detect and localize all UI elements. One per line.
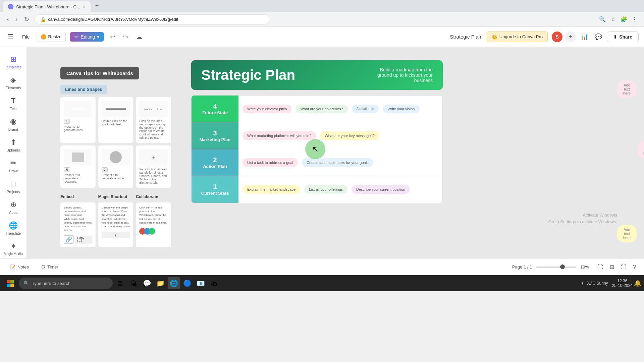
fullscreen-btn[interactable]: ⛶ bbox=[620, 263, 628, 272]
bubble-relation: A relation to bbox=[352, 105, 379, 113]
embed-demo: 🔗 Copy Link bbox=[64, 235, 92, 244]
sidebar-item-translate[interactable]: 🌐 Translate bbox=[1, 219, 25, 238]
embed-label: Embed bbox=[60, 193, 96, 200]
tip-demo-dc bbox=[102, 101, 130, 117]
comment-btn[interactable]: 💬 bbox=[593, 31, 604, 43]
share-btn[interactable]: ⬆ Share bbox=[607, 32, 639, 42]
tip-collab-card: Click the "+" to add people to the White… bbox=[136, 202, 171, 247]
bubble-objectives: What are your objectives? bbox=[296, 105, 347, 113]
fit-view-btn[interactable]: ⛶ bbox=[596, 263, 604, 272]
help-btn[interactable]: ? bbox=[632, 263, 637, 272]
sidebar-item-magic-media[interactable]: ✦ Magic Media bbox=[1, 239, 25, 258]
projects-label: Projects bbox=[7, 190, 20, 194]
tip-magic-card: Design with the Magic shortcut. Press "/… bbox=[98, 202, 133, 247]
tip-card-text-6: You can also access panels for Lines & S… bbox=[139, 168, 168, 184]
sidebar-item-templates[interactable]: ⊞ Templates bbox=[1, 52, 25, 72]
row-label-current: Current State bbox=[201, 191, 229, 196]
widgets-btn[interactable]: 🌤 bbox=[127, 277, 140, 289]
back-btn[interactable]: ‹ bbox=[5, 14, 10, 24]
tip-demo-elements: ⊞ bbox=[139, 149, 168, 166]
deco-bottom-2: Add text here bbox=[617, 225, 637, 242]
tip-embed-card: Embed videos, presentations, and more on… bbox=[60, 202, 96, 247]
taskbar-search[interactable]: 🔍 Type here to search bbox=[19, 278, 113, 289]
tab-bar: Strategic Plan - Whiteboard - C... × + bbox=[0, 0, 644, 12]
editing-btn[interactable]: ✏ Editing ▾ bbox=[70, 32, 104, 42]
edge-btn[interactable]: 🔵 bbox=[181, 277, 193, 289]
tip-card-text-5: Press "C" to generate a circle. bbox=[102, 173, 130, 180]
store-btn[interactable]: 🛍 bbox=[208, 277, 220, 289]
deco-bubble-2: Add text here bbox=[617, 80, 637, 98]
extension-icon[interactable]: 🧩 bbox=[620, 15, 628, 23]
tab-close-btn[interactable]: × bbox=[83, 4, 85, 9]
sidebar-item-draw[interactable]: ✏ Draw bbox=[1, 156, 25, 176]
forward-btn[interactable]: › bbox=[14, 14, 19, 24]
sp-content-marketing: What marketing platforms will you use? W… bbox=[238, 122, 442, 149]
canvas-area[interactable]: Canva Tips for Whiteboards Lines and Sha… bbox=[27, 47, 644, 258]
notifications-btn[interactable]: 🔔 bbox=[634, 280, 641, 287]
sidebar-item-text[interactable]: T Text bbox=[1, 94, 25, 113]
taskview-btn[interactable]: ⧉ bbox=[114, 277, 126, 289]
browser-right-icons: 🔍 ☆ 🧩 ⋮ bbox=[598, 15, 639, 23]
resize-btn[interactable]: Resize bbox=[37, 32, 66, 42]
notes-icon: 📝 bbox=[10, 264, 15, 269]
zoom-pct: 19% bbox=[580, 264, 592, 269]
user-avatar[interactable]: S bbox=[552, 32, 562, 42]
tip-demo-circle bbox=[102, 149, 130, 166]
ssl-icon: 🔒 bbox=[40, 17, 46, 22]
sidebar-item-elements[interactable]: ◈ Elements bbox=[1, 73, 25, 93]
sp-label-current: 1 Current State bbox=[192, 176, 238, 203]
start-btn[interactable] bbox=[3, 277, 17, 289]
editing-pencil-icon: ✏ bbox=[74, 34, 78, 40]
sp-row-future: 4 Future State Write your elevator pitch… bbox=[192, 96, 442, 122]
redo-btn[interactable]: ↪ bbox=[121, 31, 130, 43]
tip-card-key-c: C bbox=[102, 168, 130, 171]
tip-card-text-1: Press "L" to generate lines. bbox=[64, 125, 92, 132]
cursor-arrow: ↖ bbox=[312, 144, 319, 154]
stats-btn[interactable]: 📊 bbox=[579, 31, 590, 43]
svg-point-0 bbox=[8, 4, 13, 9]
menu-icon[interactable]: ⋮ bbox=[631, 15, 639, 23]
sidebar-item-projects[interactable]: □ Projects bbox=[1, 177, 25, 196]
new-tab-btn[interactable]: + bbox=[92, 0, 102, 12]
zoom-thumb[interactable] bbox=[560, 264, 565, 269]
active-tab[interactable]: Strategic Plan - Whiteboard - C... × bbox=[3, 1, 91, 12]
file-menu[interactable]: File bbox=[19, 33, 33, 41]
resize-icon bbox=[41, 34, 46, 40]
tip-card-rect: R Press "R" to generate a rectangle. bbox=[60, 145, 96, 188]
tips-title: Canva Tips for Whiteboards bbox=[60, 67, 139, 79]
upgrade-btn[interactable]: 👑 Upgrade to Canva Pro bbox=[487, 32, 548, 42]
row-num-3: 3 bbox=[213, 129, 217, 137]
timer-btn[interactable]: ⏱ Timer bbox=[38, 262, 62, 272]
brand-label: Brand bbox=[8, 127, 18, 131]
toolbar-right: S + 📊 💬 ⬆ Share bbox=[552, 31, 639, 43]
explorer-btn[interactable]: 📁 bbox=[154, 277, 166, 289]
chrome-btn[interactable]: 🌐 bbox=[168, 277, 180, 289]
address-bar[interactable]: 🔒 canva.com/design/DAGUfChRxrA/3RYXVOdVM… bbox=[35, 14, 269, 24]
sidebar-item-brand[interactable]: ◉ Brand bbox=[1, 115, 25, 134]
magic-demo: / bbox=[102, 232, 130, 238]
brand-icon: ◉ bbox=[10, 117, 16, 126]
main-area: ⊞ Templates ◈ Elements T Text ◉ Brand ⬆ … bbox=[0, 47, 644, 258]
mail-btn[interactable]: 📧 bbox=[195, 277, 207, 289]
text-label: Text bbox=[10, 107, 16, 111]
chat-btn[interactable]: 💬 bbox=[141, 277, 153, 289]
zoom-icon[interactable]: 🔍 bbox=[598, 15, 606, 23]
row-num-2: 2 bbox=[213, 156, 217, 164]
cloud-btn[interactable]: ☁ bbox=[134, 31, 144, 43]
magic-text: Design with the Magic shortcut. Press "/… bbox=[102, 206, 130, 228]
tip-card-lines: ────── L Press "L" to generate lines. bbox=[60, 97, 96, 143]
sidebar-item-apps[interactable]: ⊕ Apps bbox=[1, 198, 25, 217]
bookmark-icon[interactable]: ☆ bbox=[609, 15, 617, 23]
sidebar-item-uploads[interactable]: ⬆ Uploads bbox=[1, 135, 25, 155]
address-bar-row: ‹ › ↻ 🔒 canva.com/design/DAGUfChRxrA/3RY… bbox=[0, 12, 644, 27]
hamburger-btn[interactable]: ☰ bbox=[5, 31, 15, 43]
undo-btn[interactable]: ↩ bbox=[108, 31, 117, 43]
windows-activate: Activate Windows Go to Settings to activ… bbox=[548, 212, 617, 225]
taskbar-sys: ☀ 31°C Sunny bbox=[578, 281, 610, 286]
notes-btn[interactable]: 📝 Notes bbox=[7, 262, 32, 272]
grid-view-btn[interactable]: ⊞ bbox=[608, 262, 615, 272]
reload-btn[interactable]: ↻ bbox=[23, 14, 31, 24]
tip-card-text-3: Click on the lines and shapes among the … bbox=[139, 119, 168, 139]
zoom-slider[interactable] bbox=[536, 266, 576, 268]
add-collaborator-btn[interactable]: + bbox=[565, 32, 576, 42]
